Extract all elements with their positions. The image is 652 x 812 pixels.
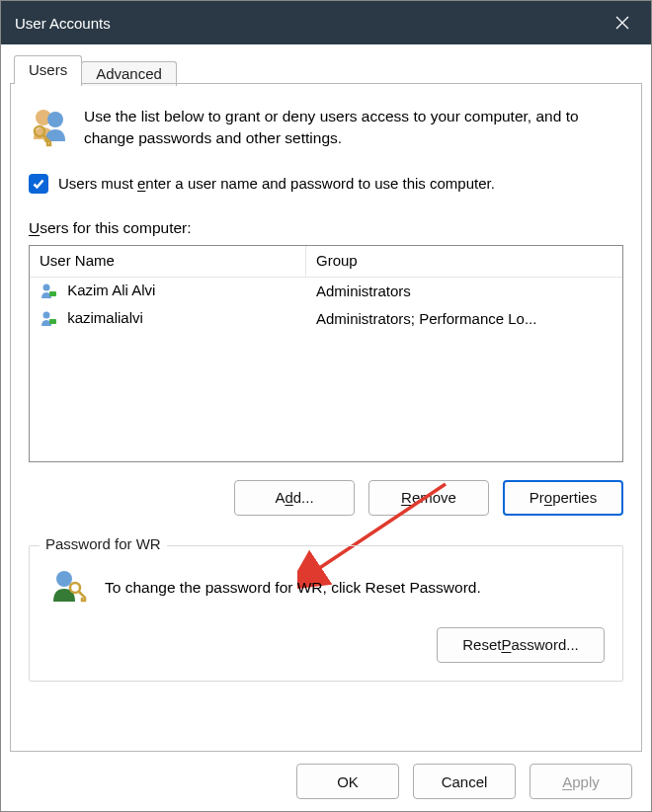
users-panel: Use the list below to grant or deny user…	[10, 83, 642, 752]
password-text: To change the password for WR, click Res…	[105, 579, 481, 597]
titlebar: User Accounts	[1, 1, 651, 44]
svg-rect-6	[49, 319, 56, 324]
svg-point-8	[56, 571, 72, 587]
users-listbox[interactable]: User Name Group Kazim Ali Alvi Administr…	[29, 245, 623, 462]
tabs: Users Advanced	[10, 52, 642, 84]
close-button[interactable]	[600, 1, 645, 44]
ok-button[interactable]: OK	[296, 764, 399, 799]
checkbox-icon	[29, 174, 48, 194]
list-item[interactable]: kazimalialvi Administrators; Performance…	[30, 305, 622, 333]
password-group-legend: Password for WR	[40, 535, 167, 552]
user-group: Administrators	[306, 277, 622, 305]
list-header: User Name Group	[30, 246, 622, 278]
column-username[interactable]: User Name	[30, 246, 306, 277]
reset-password-button[interactable]: Reset Password...	[437, 627, 605, 663]
user-name: kazimalialvi	[67, 309, 143, 326]
user-name: Kazim Ali Alvi	[67, 282, 155, 298]
add-button[interactable]: Add...	[234, 480, 355, 516]
user-icon	[40, 283, 57, 300]
user-buttons-row: Add... Remove Properties	[29, 480, 623, 516]
column-group[interactable]: Group	[306, 246, 622, 277]
intro-row: Use the list below to grant or deny user…	[29, 106, 623, 150]
users-keys-icon	[29, 106, 70, 147]
checkbox-label: Users must enter a user name and passwor…	[58, 175, 495, 192]
user-key-icon	[47, 568, 87, 608]
dialog-buttons: OK Cancel Apply	[10, 752, 642, 799]
user-accounts-window: User Accounts Users Advanced	[0, 0, 652, 812]
require-password-checkbox[interactable]: Users must enter a user name and passwor…	[29, 174, 623, 194]
users-list-label: Users for this computer:	[29, 219, 623, 237]
remove-button[interactable]: Remove	[368, 480, 489, 516]
apply-button[interactable]: Apply	[530, 764, 632, 799]
svg-point-5	[43, 312, 50, 319]
svg-point-3	[43, 284, 50, 291]
svg-rect-4	[49, 291, 56, 296]
tab-users-label: Users	[29, 61, 67, 78]
user-group: Administrators; Performance Lo...	[306, 304, 622, 333]
intro-text: Use the list below to grant or deny user…	[84, 106, 623, 150]
cancel-button[interactable]: Cancel	[413, 764, 516, 799]
tab-advanced-label: Advanced	[96, 65, 162, 82]
svg-point-1	[47, 112, 63, 127]
client-area: Users Advanced Use the list below to gra…	[1, 44, 651, 811]
password-group: Password for WR To change the password f…	[29, 545, 623, 682]
list-item[interactable]: Kazim Ali Alvi Administrators	[30, 278, 622, 305]
close-icon	[615, 16, 629, 30]
window-title: User Accounts	[15, 15, 111, 32]
properties-button[interactable]: Properties	[503, 480, 623, 516]
user-icon	[40, 310, 57, 328]
tab-users[interactable]: Users	[14, 55, 82, 84]
